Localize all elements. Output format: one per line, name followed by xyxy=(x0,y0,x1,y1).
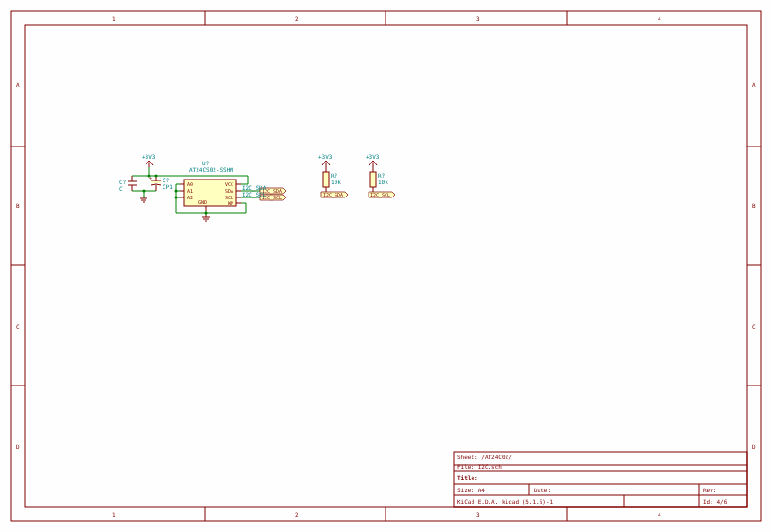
svg-text:SDA: SDA xyxy=(225,188,233,194)
netlabel-scl-r2: I2C_SCL xyxy=(369,192,395,198)
frame-num-top-2: 2 xyxy=(295,15,299,22)
frame-num-bot-2: 2 xyxy=(295,511,299,518)
svg-text:R?: R? xyxy=(331,172,338,179)
frame-let-r-a: A xyxy=(752,81,756,88)
svg-text:Id: 4/6: Id: 4/6 xyxy=(703,498,728,505)
svg-text:U?: U? xyxy=(202,160,210,166)
frame-let-r-d: D xyxy=(752,443,756,450)
svg-text:C?: C? xyxy=(163,177,170,183)
svg-text:Rev:: Rev: xyxy=(703,487,716,493)
svg-text:+3V3: +3V3 xyxy=(318,153,333,160)
frame-ticks-bottom xyxy=(205,507,567,521)
svg-text:Size: A4: Size: A4 xyxy=(457,487,485,493)
frame-ticks-right xyxy=(747,146,761,386)
svg-text:R?: R? xyxy=(378,172,386,179)
svg-text:Sheet: /AT24C02/: Sheet: /AT24C02/ xyxy=(457,454,512,460)
svg-point-67 xyxy=(205,212,208,215)
frame-let-r-b: B xyxy=(752,202,756,209)
svg-line-14 xyxy=(149,161,153,165)
frame-num-bot-1: 1 xyxy=(112,511,116,518)
svg-text:I2C_SCL: I2C_SCL xyxy=(370,192,390,198)
outer-frame xyxy=(11,11,761,521)
junction xyxy=(143,190,146,193)
svg-text:AT24CS02-SSHM: AT24CS02-SSHM xyxy=(189,166,233,173)
svg-text:I2C_SDA: I2C_SDA xyxy=(323,192,343,198)
svg-text:A0: A0 xyxy=(187,181,193,187)
frame-let-l-b: B xyxy=(16,202,20,209)
svg-text:Title:: Title: xyxy=(457,474,478,481)
resistor-r1: R? 10k xyxy=(323,167,341,195)
svg-text:WP: WP xyxy=(228,200,233,206)
svg-text:File: I2C.sch: File: I2C.sch xyxy=(457,463,502,470)
frame-num-top-1: 1 xyxy=(112,15,116,22)
frame-let-l-d: D xyxy=(16,443,20,450)
svg-text:Date:: Date: xyxy=(534,487,551,493)
power-3v3-r1: +3V3 xyxy=(318,153,333,167)
gnd-caps xyxy=(140,198,147,202)
svg-text:10k: 10k xyxy=(378,179,388,185)
frame-num-top-3: 3 xyxy=(476,15,480,22)
frame-ticks-left xyxy=(11,146,25,386)
frame-ticks-top xyxy=(205,11,567,25)
svg-point-68 xyxy=(155,175,158,178)
frame-num-top-4: 4 xyxy=(658,15,661,22)
svg-text:CP1: CP1 xyxy=(163,183,173,190)
frame-let-l-c: C xyxy=(16,323,20,330)
svg-line-79 xyxy=(326,161,330,165)
svg-text:VCC: VCC xyxy=(225,181,233,187)
svg-text:+3V3: +3V3 xyxy=(142,153,156,160)
svg-line-78 xyxy=(322,161,326,165)
frame-let-r-c: C xyxy=(752,323,756,330)
svg-point-65 xyxy=(175,190,178,193)
gnd-ic xyxy=(202,215,210,221)
svg-text:C?: C? xyxy=(119,179,127,185)
ic-at24c02: U? AT24CS02-SSHM A0 A1 A2 VCC SDA SCL WP… xyxy=(180,160,241,211)
svg-text:10k: 10k xyxy=(331,179,341,185)
svg-line-90 xyxy=(373,161,377,165)
svg-line-13 xyxy=(146,161,149,165)
svg-text:+3V3: +3V3 xyxy=(366,153,380,160)
netlabel-sda-r1: I2C_SDA xyxy=(321,192,348,198)
power-3v3-caps: +3V3 xyxy=(142,153,156,167)
inner-frame xyxy=(25,25,747,507)
svg-text:A1: A1 xyxy=(187,188,193,194)
frame-num-bot-4: 4 xyxy=(658,511,661,518)
junction xyxy=(148,175,151,178)
title-block: Sheet: /AT24C02/ File: I2C.sch Title: Si… xyxy=(454,452,747,507)
capacitor-c2: C? CP1 + xyxy=(149,175,173,191)
frame-let-l-a: A xyxy=(16,81,20,88)
svg-line-89 xyxy=(369,161,373,165)
svg-text:KiCad E.D.A.  kicad (5.1.6)-1: KiCad E.D.A. kicad (5.1.6)-1 xyxy=(457,498,554,505)
power-3v3-r2: +3V3 xyxy=(366,153,380,167)
svg-rect-81 xyxy=(323,172,329,187)
resistor-r2: R? 10k xyxy=(370,167,388,195)
svg-text:I2C_SCL: I2C_SCL xyxy=(242,191,266,198)
svg-text:C: C xyxy=(119,185,123,192)
svg-point-66 xyxy=(175,197,178,199)
capacitor-c1: C? C xyxy=(119,176,137,192)
svg-text:GND: GND xyxy=(198,199,207,205)
frame-num-bot-3: 3 xyxy=(476,511,480,518)
svg-rect-25 xyxy=(151,181,161,183)
svg-rect-92 xyxy=(370,172,376,187)
svg-text:A2: A2 xyxy=(187,195,193,200)
